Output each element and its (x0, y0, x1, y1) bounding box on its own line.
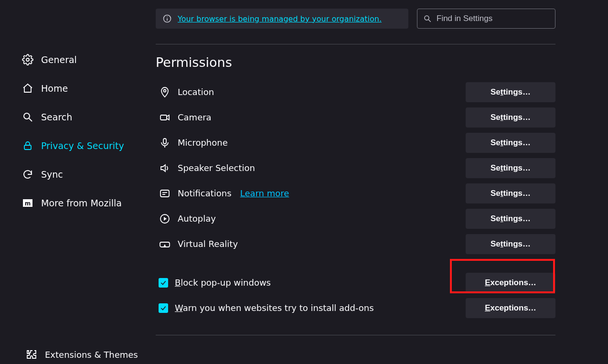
svg-point-11 (164, 89, 166, 92)
svg-marker-21 (164, 217, 167, 221)
managed-link[interactable]: Your browser is being managed by your or… (178, 14, 382, 23)
svg-text:m: m (25, 200, 31, 207)
vr-icon (159, 238, 171, 250)
lock-icon (21, 139, 34, 152)
settings-button-location[interactable]: Settings… (466, 82, 555, 102)
sidebar-footer-label: Extensions & Themes (45, 350, 138, 360)
sidebar-item-sync[interactable]: Sync (21, 160, 148, 189)
home-icon (21, 82, 34, 95)
search-icon (423, 14, 432, 23)
sidebar-item-label: General (41, 54, 77, 65)
svg-point-9 (425, 16, 429, 20)
divider (156, 335, 555, 335)
svg-rect-17 (160, 190, 169, 197)
gear-icon (21, 54, 34, 66)
sidebar-item-search[interactable]: Search (21, 103, 148, 131)
sidebar-item-home[interactable]: Home (21, 74, 148, 103)
search-input[interactable] (437, 14, 549, 23)
microphone-icon (159, 137, 171, 149)
puzzle-icon (25, 348, 38, 361)
check-label: Warn you when websites try to install ad… (175, 303, 374, 313)
checkbox-warn-addons[interactable] (159, 303, 168, 313)
top-bar: Your browser is being managed by your or… (156, 9, 555, 29)
perm-label: Notifications (178, 188, 232, 198)
perm-row-camera: Camera Settings… (156, 105, 555, 130)
perm-row-speaker: Speaker Selection Settings… (156, 155, 555, 181)
perm-row-autoplay: Autoplay Settings… (156, 206, 555, 231)
settings-button-camera[interactable]: Settings… (466, 107, 555, 128)
section-title-permissions: Permissions (156, 55, 555, 70)
sidebar: General Home Search Privacy & Security S… (0, 0, 148, 364)
check-row-addons: Warn you when websites try to install ad… (156, 295, 555, 321)
perm-row-microphone: Microphone Settings… (156, 130, 555, 155)
search-icon (21, 111, 34, 123)
svg-point-0 (26, 58, 29, 61)
perm-label: Microphone (178, 138, 228, 148)
svg-marker-16 (161, 165, 165, 171)
perm-row-notifications: Notifications Learn more Settings… (156, 181, 555, 206)
sync-icon (21, 168, 34, 181)
svg-point-8 (167, 16, 168, 17)
sidebar-item-general[interactable]: General (21, 45, 148, 74)
svg-rect-12 (160, 115, 167, 120)
settings-button-microphone[interactable]: Settings… (466, 133, 555, 153)
settings-button-speaker[interactable]: Settings… (466, 158, 555, 178)
checkbox-block-popups[interactable] (159, 278, 168, 288)
svg-rect-3 (24, 145, 31, 150)
sidebar-item-privacy-security[interactable]: Privacy & Security (21, 131, 148, 160)
perm-label: Speaker Selection (178, 163, 255, 173)
sidebar-item-label: More from Mozilla (41, 198, 122, 208)
camera-icon (159, 111, 171, 124)
check-row-popup: Block pop-up windows Exceptions… (156, 270, 555, 295)
sidebar-item-label: Search (41, 112, 72, 122)
sidebar-item-label: Privacy & Security (41, 140, 124, 151)
svg-rect-14 (163, 139, 166, 144)
settings-button-vr[interactable]: Settings… (466, 234, 555, 254)
sidebar-item-more-mozilla[interactable]: m More from Mozilla (21, 189, 148, 217)
exceptions-button-addons[interactable]: Exceptions… (466, 298, 555, 318)
perm-label: Autoplay (178, 214, 216, 224)
main-panel: Your browser is being managed by your or… (148, 0, 608, 364)
settings-button-autoplay[interactable]: Settings… (466, 209, 555, 229)
mozilla-icon: m (21, 197, 34, 209)
perm-label: Camera (178, 112, 212, 122)
sidebar-item-label: Home (41, 83, 68, 94)
learn-more-link[interactable]: Learn more (240, 188, 289, 198)
svg-line-10 (428, 20, 431, 22)
divider (156, 44, 555, 44)
speaker-icon (159, 162, 171, 174)
perm-label: Virtual Reality (178, 239, 238, 249)
sidebar-item-label: Sync (41, 169, 63, 180)
perm-row-location: Location Settings… (156, 79, 555, 105)
perm-label: Location (178, 87, 214, 97)
settings-button-notifications[interactable]: Settings… (466, 183, 555, 203)
search-settings[interactable] (417, 9, 555, 29)
perm-row-vr: Virtual Reality Settings… (156, 231, 555, 257)
check-label: Block pop-up windows (175, 278, 271, 288)
location-icon (159, 86, 171, 98)
svg-line-2 (29, 118, 32, 121)
info-icon (162, 14, 172, 23)
sidebar-extensions-themes[interactable]: Extensions & Themes (21, 345, 148, 364)
autoplay-icon (159, 213, 171, 225)
exceptions-button-popup[interactable]: Exceptions… (466, 273, 555, 293)
svg-point-1 (24, 113, 30, 119)
managed-banner: Your browser is being managed by your or… (156, 9, 408, 29)
notifications-icon (159, 187, 171, 200)
